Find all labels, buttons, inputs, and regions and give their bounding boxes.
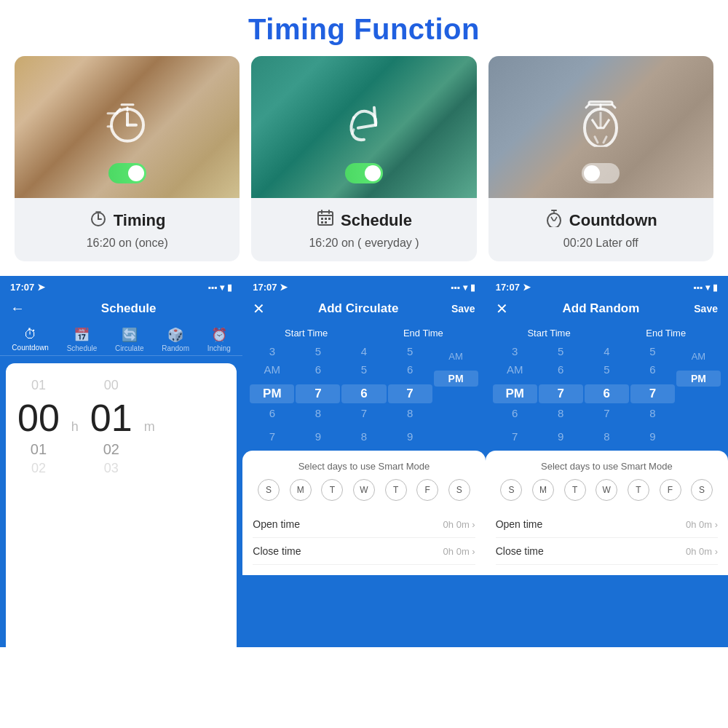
phone-header-phone2: ✕ Add Circulate Save — [242, 296, 485, 323]
tab-label: Schedule — [67, 344, 98, 352]
page-title: Timing Function — [0, 0, 728, 56]
end-time-label: End Time — [403, 328, 443, 339]
tab-schedule[interactable]: 📅 Schedule — [67, 327, 98, 352]
hours-label: h — [71, 419, 79, 435]
cards-row: Timing 16:20 on (once) Schedule 16:20 on — [0, 56, 728, 261]
picker-val: PM — [250, 384, 294, 403]
card-subtitle-countdown: 00:20 Later off — [500, 237, 702, 250]
picker-area: Start Time End Time 3AMPM675678945678567… — [242, 323, 485, 445]
back-button[interactable]: ← — [10, 300, 25, 317]
picker-val: AM — [250, 361, 294, 378]
picker-val: 6 — [250, 405, 294, 422]
picker-header: Start Time End Time — [490, 323, 724, 343]
card-label-countdown: Countdown — [569, 211, 657, 230]
card-title-countdown: Countdown — [500, 208, 702, 232]
tab-circulate[interactable]: 🔄 Circulate — [115, 327, 143, 352]
picker-val: 6 — [630, 361, 675, 378]
picker-val: 8 — [388, 405, 432, 422]
toggle-timing[interactable] — [108, 163, 146, 183]
day-s[interactable]: S — [448, 479, 470, 501]
phone-screen-phone2: 17:07 ➤ ▪▪▪ ▾ ▮ ✕ Add Circulate Save Sta… — [242, 276, 485, 647]
day-s[interactable]: S — [500, 479, 522, 501]
day-m[interactable]: M — [532, 479, 554, 501]
picker-val: 3 — [250, 343, 294, 360]
card-countdown: Countdown 00:20 Later off — [488, 56, 713, 261]
picker-val: 6 — [341, 384, 386, 403]
status-bar-phone1: 17:07 ➤ ▪▪▪ ▾ ▮ — [0, 276, 242, 296]
picker-val: PM — [676, 371, 721, 387]
open-time-label: Open time — [496, 518, 543, 530]
picker-col-4: AMPM — [434, 343, 478, 445]
minutes-col: 00 01 02 03 — [90, 378, 132, 476]
status-icons: ▪▪▪ ▾ ▮ — [451, 282, 475, 293]
toggle-countdown[interactable] — [582, 163, 620, 183]
picker-val: 5 — [296, 343, 340, 360]
tab-countdown[interactable]: ⏱ Countdown — [12, 327, 49, 352]
picker-val: AM — [493, 361, 537, 378]
picker-col-4: AMPM — [676, 343, 721, 445]
card-info-timing: Timing 16:20 on (once) — [15, 198, 240, 261]
day-w[interactable]: W — [353, 479, 375, 501]
picker-val: 5 — [341, 361, 386, 378]
tab-bar: ⏱ Countdown 📅 Schedule 🔄 Circulate — [0, 323, 242, 356]
status-bar-phone3: 17:07 ➤ ▪▪▪ ▾ ▮ — [486, 276, 728, 296]
day-m[interactable]: M — [290, 479, 312, 501]
picker-val: 5 — [388, 343, 432, 360]
open-time-row[interactable]: Open time 0h 0m › — [496, 511, 718, 538]
save-button[interactable]: Save — [451, 303, 475, 314]
card-info-schedule: Schedule 16:20 on ( everyday ) — [251, 198, 476, 261]
day-s[interactable]: S — [691, 479, 713, 501]
picker-val: PM — [493, 384, 537, 403]
card-timing: Timing 16:20 on (once) — [15, 56, 240, 261]
card-schedule: Schedule 16:20 on ( everyday ) — [251, 56, 476, 261]
day-t[interactable]: T — [628, 479, 649, 501]
close-time-row[interactable]: Close time 0h 0m › — [496, 538, 718, 565]
day-t[interactable]: T — [564, 479, 586, 501]
picker-val: 9 — [539, 428, 583, 445]
picker-val: 6 — [388, 361, 432, 378]
close-button[interactable]: ✕ — [253, 300, 265, 317]
svg-rect-4 — [325, 218, 327, 220]
day-w[interactable]: W — [596, 479, 617, 501]
close-time-label: Close time — [496, 545, 544, 557]
day-f[interactable]: F — [416, 479, 438, 501]
wifi-icon: ▾ — [705, 282, 710, 293]
battery-icon: ▮ — [713, 282, 718, 293]
card-icon-countdown — [545, 208, 563, 232]
card-image-timing — [15, 56, 240, 198]
screen-title: Add Random — [563, 301, 640, 316]
save-button[interactable]: Save — [694, 303, 718, 314]
toggle-schedule[interactable] — [345, 163, 383, 183]
card-label-timing: Timing — [114, 211, 166, 230]
picker-val: 8 — [630, 405, 675, 422]
picker-val: 5 — [585, 361, 629, 378]
card-title-schedule: Schedule — [263, 208, 464, 232]
day-f[interactable]: F — [660, 479, 681, 501]
tab-random[interactable]: 🎲 Random — [162, 327, 189, 352]
svg-rect-3 — [321, 218, 323, 220]
picker-val: AM — [434, 349, 478, 364]
phone-header-phone3: ✕ Add Random Save — [486, 296, 728, 323]
status-bar-phone2: 17:07 ➤ ▪▪▪ ▾ ▮ — [242, 276, 485, 296]
tab-icon-random: 🎲 — [167, 327, 183, 343]
picker-area: Start Time End Time 3AMPM675678945678567… — [486, 323, 728, 445]
card-label-schedule: Schedule — [341, 211, 412, 230]
phone-content: 01 00 01 02 h 00 01 02 03 m — [6, 363, 237, 647]
open-time-row[interactable]: Open time 0h 0m › — [253, 511, 475, 538]
picker-col-3: 56789 — [388, 343, 432, 445]
day-t[interactable]: T — [321, 479, 343, 501]
tab-label: Inching — [207, 344, 231, 352]
time-display: 17:07 ➤ — [253, 282, 288, 293]
picker-col-2: 45678 — [585, 343, 629, 445]
time-display: 17:07 ➤ — [496, 282, 531, 293]
card-image-schedule — [251, 56, 476, 198]
signal-icon: ▪▪▪ — [451, 282, 460, 293]
signal-icon: ▪▪▪ — [693, 282, 703, 293]
day-t[interactable]: T — [385, 479, 407, 501]
close-time-row[interactable]: Close time 0h 0m › — [253, 538, 475, 565]
bottom-sheet: Select days to use Smart Mode SMTWTFS Op… — [486, 451, 728, 575]
day-s[interactable]: S — [258, 479, 280, 501]
close-button[interactable]: ✕ — [496, 300, 508, 317]
picker-val: 9 — [630, 428, 675, 445]
tab-inching[interactable]: ⏰ Inching — [207, 327, 231, 352]
